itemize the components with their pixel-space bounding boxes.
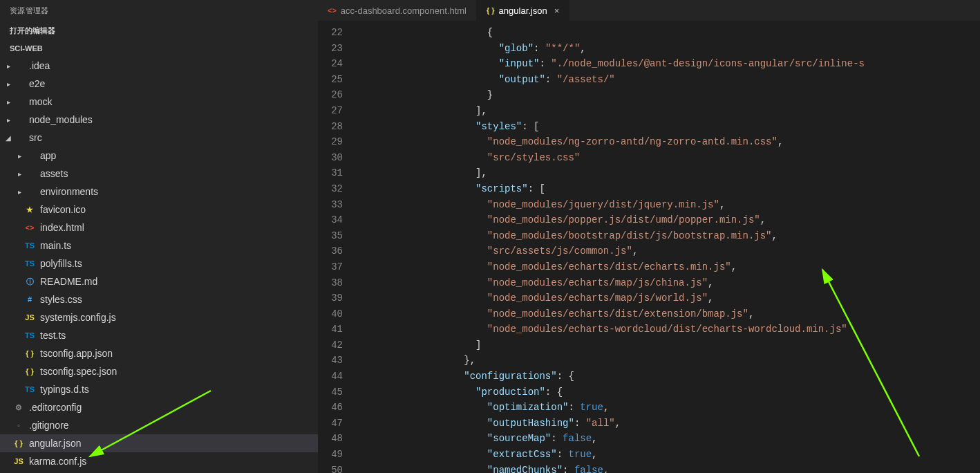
md-icon: ⓘ	[23, 275, 36, 288]
line-number: 29	[318, 134, 343, 150]
code-line[interactable]: "styles": [	[359, 119, 980, 135]
tree-item-e2e[interactable]: ▸e2e	[0, 75, 318, 93]
project-header[interactable]: SCI-WEB	[0, 40, 318, 57]
code-line[interactable]: "glob": "**/*",	[359, 41, 980, 57]
tree-item--gitignore[interactable]: ◦.gitignore	[0, 416, 318, 434]
code-line[interactable]: {	[359, 25, 980, 41]
code-line[interactable]: "node_modules/echarts/map/js/china.js",	[359, 275, 980, 291]
code-line[interactable]: }	[359, 87, 980, 103]
tree-item-readme-md[interactable]: ⓘREADME.md	[0, 272, 318, 290]
code-line[interactable]: "scripts": [	[359, 181, 980, 197]
line-number: 40	[318, 306, 343, 322]
code-line[interactable]: "input": "./node_modules/@ant-design/ico…	[359, 56, 980, 72]
chevron-right-icon[interactable]: ▸	[4, 116, 12, 124]
js-icon: JS	[23, 311, 36, 324]
tree-item-assets[interactable]: ▸assets	[0, 165, 318, 183]
tab-bar: <>acc-dashboard.component.html{ }angular…	[318, 0, 980, 21]
code-line[interactable]: "src/assets/js/common.js",	[359, 243, 980, 259]
code-line[interactable]: ],	[359, 165, 980, 181]
tree-item-label: favicon.ico	[40, 204, 86, 215]
line-number: 32	[318, 181, 343, 197]
tab-angular-json[interactable]: { }angular.json×	[477, 0, 569, 21]
code-line[interactable]: "configurations": {	[359, 369, 980, 384]
chevron-right-icon[interactable]: ▸	[15, 188, 23, 196]
code-line[interactable]: "namedChunks": false,	[359, 463, 980, 473]
line-number: 42	[318, 337, 343, 353]
code-line[interactable]: },	[359, 353, 980, 369]
code-line[interactable]: "node_modules/popper.js/dist/umd/popper.…	[359, 212, 980, 228]
code-line[interactable]: "node_modules/jquery/dist/jquery.min.js"…	[359, 197, 980, 213]
ts-icon: TS	[23, 257, 36, 270]
html-icon: <>	[328, 6, 337, 15]
tab-label: angular.json	[499, 6, 547, 16]
code-line[interactable]: ],	[359, 103, 980, 119]
line-number: 39	[318, 290, 343, 306]
tree-item-mock[interactable]: ▸mock	[0, 93, 318, 111]
chevron-right-icon[interactable]: ▸	[4, 62, 12, 70]
close-icon[interactable]: ×	[554, 6, 560, 16]
chevron-right-icon[interactable]: ▸	[4, 98, 12, 106]
tree-item-tsconfig-app-json[interactable]: { }tsconfig.app.json	[0, 344, 318, 362]
code-line[interactable]: "outputHashing": "all",	[359, 416, 980, 432]
tree-item-label: mock	[29, 96, 52, 107]
line-number: 35	[318, 228, 343, 244]
line-gutter: 2223242526272829303132333435363738394041…	[318, 21, 359, 473]
code-content[interactable]: { "glob": "**/*", "input": "./node_modul…	[359, 21, 980, 473]
tree-item-label: README.md	[40, 276, 97, 287]
ts-icon: TS	[23, 239, 36, 252]
code-line[interactable]: "sourceMap": false,	[359, 431, 980, 447]
tree-item-polyfills-ts[interactable]: TSpolyfills.ts	[0, 254, 318, 272]
json-icon: { }	[23, 365, 36, 378]
tree-item-angular-json[interactable]: { }angular.json	[0, 434, 318, 452]
code-line[interactable]: ]	[359, 337, 980, 353]
code-line[interactable]: "node_modules/ng-zorro-antd/ng-zorro-ant…	[359, 134, 980, 150]
chevron-right-icon[interactable]: ▸	[15, 170, 23, 178]
code-line[interactable]: "production": {	[359, 384, 980, 400]
tree-item--editorconfig[interactable]: ⚙.editorconfig	[0, 398, 318, 416]
tree-item-styles-css[interactable]: #styles.css	[0, 290, 318, 308]
line-number: 47	[318, 416, 343, 432]
line-number: 48	[318, 431, 343, 447]
tree-item--idea[interactable]: ▸.idea	[0, 57, 318, 75]
open-editors-header[interactable]: 打开的编辑器	[0, 21, 318, 40]
tree-item-main-ts[interactable]: TSmain.ts	[0, 236, 318, 254]
chevron-right-icon[interactable]: ▸	[4, 80, 12, 88]
chevron-down-icon[interactable]: ◢	[4, 134, 12, 142]
tree-item-label: src	[29, 132, 42, 143]
tree-item-favicon-ico[interactable]: ★favicon.ico	[0, 201, 318, 219]
code-area[interactable]: 2223242526272829303132333435363738394041…	[318, 21, 980, 473]
tree-item-app[interactable]: ▸app	[0, 147, 318, 165]
tree-item-src[interactable]: ◢src	[0, 129, 318, 147]
tree-item-index-html[interactable]: <>index.html	[0, 219, 318, 236]
code-line[interactable]: "node_modules/echarts-wordcloud/dist/ech…	[359, 322, 980, 337]
star-icon: ★	[23, 203, 36, 216]
tree-item-karma-conf-js[interactable]: JSkarma.conf.js	[0, 452, 318, 470]
tree-item-environments[interactable]: ▸environments	[0, 183, 318, 201]
code-line[interactable]: "node_modules/echarts/map/js/world.js",	[359, 290, 980, 306]
tree-item-label: test.ts	[40, 330, 66, 341]
code-line[interactable]: "output": "/assets/"	[359, 72, 980, 88]
explorer-title: 资源管理器	[0, 0, 318, 21]
chevron-right-icon[interactable]: ▸	[15, 152, 23, 160]
tab-acc-dashboard-component-html[interactable]: <>acc-dashboard.component.html	[318, 0, 477, 21]
dot-icon: ◦	[12, 419, 25, 432]
line-number: 27	[318, 103, 343, 119]
tree-item-node-modules[interactable]: ▸node_modules	[0, 111, 318, 129]
tree-item-typings-d-ts[interactable]: TStypings.d.ts	[0, 380, 318, 398]
code-line[interactable]: "node_modules/bootstrap/dist/js/bootstra…	[359, 228, 980, 244]
tree-item-systemjs-config-js[interactable]: JSsystemjs.config.js	[0, 308, 318, 326]
js-icon: JS	[12, 455, 25, 467]
code-line[interactable]: "optimization": true,	[359, 400, 980, 416]
tree-item-tsconfig-spec-json[interactable]: { }tsconfig.spec.json	[0, 362, 318, 380]
code-line[interactable]: "src/styles.css"	[359, 150, 980, 166]
code-line[interactable]: "node_modules/echarts/dist/echarts.min.j…	[359, 259, 980, 275]
tree-item-label: typings.d.ts	[40, 384, 89, 395]
tree-item-label: app	[40, 150, 56, 161]
code-line[interactable]: "node_modules/echarts/dist/extension/bma…	[359, 306, 980, 322]
tree-item-label: node_modules	[29, 114, 93, 125]
folder-icon	[12, 77, 25, 90]
line-number: 23	[318, 41, 343, 57]
code-line[interactable]: "extractCss": true,	[359, 447, 980, 463]
tree-item-test-ts[interactable]: TStest.ts	[0, 326, 318, 344]
line-number: 24	[318, 56, 343, 72]
